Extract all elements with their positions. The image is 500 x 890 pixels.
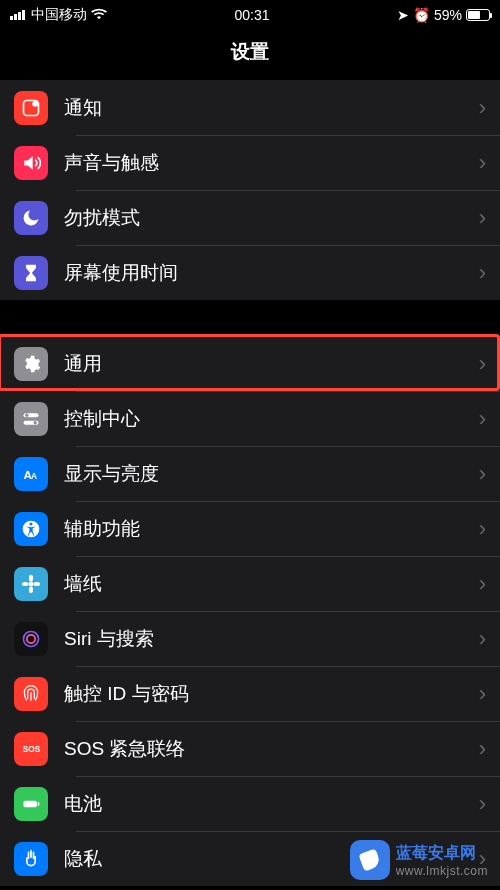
svg-point-16: [27, 634, 35, 642]
gear-icon: [14, 347, 48, 381]
row-label: 显示与亮度: [64, 461, 479, 487]
row-label: 电池: [64, 791, 479, 817]
chevron-right-icon: ›: [479, 736, 486, 762]
siri-icon: [14, 622, 48, 656]
row-label: 通用: [64, 351, 479, 377]
row-label: 触控 ID 与密码: [64, 681, 479, 707]
watermark-icon: [350, 840, 390, 880]
settings-row-display[interactable]: AA显示与亮度›: [0, 446, 500, 501]
settings-row-wallpaper[interactable]: 墙纸›: [0, 556, 500, 611]
cellular-signal-icon: [10, 10, 25, 20]
flower-icon: [14, 567, 48, 601]
settings-row-accessibility[interactable]: 辅助功能›: [0, 501, 500, 556]
chevron-right-icon: ›: [479, 150, 486, 176]
svg-point-9: [30, 522, 33, 525]
chevron-right-icon: ›: [479, 626, 486, 652]
watermark: 蓝莓安卓网 www.lmkjst.com: [344, 836, 494, 884]
svg-rect-19: [38, 802, 40, 805]
svg-rect-18: [24, 800, 37, 807]
battery-icon: [466, 9, 490, 21]
row-label: Siri 与搜索: [64, 626, 479, 652]
text-size-icon: AA: [14, 457, 48, 491]
wifi-icon: [91, 7, 107, 23]
clock: 00:31: [234, 7, 269, 23]
moon-icon: [14, 201, 48, 235]
row-label: 墙纸: [64, 571, 479, 597]
svg-point-13: [22, 581, 29, 585]
svg-text:A: A: [31, 471, 37, 481]
svg-point-12: [29, 586, 33, 593]
settings-row-touchid[interactable]: 触控 ID 与密码›: [0, 666, 500, 721]
watermark-url: www.lmkjst.com: [396, 864, 488, 878]
chevron-right-icon: ›: [479, 791, 486, 817]
status-left: 中国移动: [10, 6, 107, 24]
battery-icon: [14, 787, 48, 821]
settings-row-siri[interactable]: Siri 与搜索›: [0, 611, 500, 666]
svg-point-14: [34, 581, 41, 585]
svg-text:SOS: SOS: [23, 744, 41, 754]
svg-point-10: [29, 581, 34, 586]
chevron-right-icon: ›: [479, 260, 486, 286]
row-label: 通知: [64, 95, 479, 121]
chevron-right-icon: ›: [479, 461, 486, 487]
watermark-text: 蓝莓安卓网: [396, 844, 476, 861]
notification-icon: [14, 91, 48, 125]
hand-icon: [14, 842, 48, 876]
chevron-right-icon: ›: [479, 351, 486, 377]
switches-icon: [14, 402, 48, 436]
svg-point-5: [34, 421, 37, 424]
settings-row-general[interactable]: 通用›: [0, 336, 500, 391]
chevron-right-icon: ›: [479, 681, 486, 707]
alarm-icon: ⏰: [413, 7, 430, 23]
settings-list: 通知›声音与触感›勿扰模式›屏幕使用时间›通用›控制中心›AA显示与亮度›辅助功…: [0, 80, 500, 886]
chevron-right-icon: ›: [479, 205, 486, 231]
row-label: 勿扰模式: [64, 205, 479, 231]
sound-icon: [14, 146, 48, 180]
settings-row-dnd[interactable]: 勿扰模式›: [0, 190, 500, 245]
svg-point-1: [32, 100, 38, 106]
carrier-label: 中国移动: [31, 6, 87, 24]
chevron-right-icon: ›: [479, 516, 486, 542]
chevron-right-icon: ›: [479, 571, 486, 597]
annotation-arrow: [0, 886, 500, 890]
settings-row-sos[interactable]: SOSSOS 紧急联络›: [0, 721, 500, 776]
row-label: 控制中心: [64, 406, 479, 432]
hourglass-icon: [14, 256, 48, 290]
settings-row-screentime[interactable]: 屏幕使用时间›: [0, 245, 500, 300]
location-icon: ➤: [397, 7, 409, 23]
svg-point-11: [29, 574, 33, 581]
row-label: 声音与触感: [64, 150, 479, 176]
battery-percent: 59%: [434, 7, 462, 23]
accessibility-icon: [14, 512, 48, 546]
chevron-right-icon: ›: [479, 406, 486, 432]
sos-icon: SOS: [14, 732, 48, 766]
fingerprint-icon: [14, 677, 48, 711]
settings-row-notifications[interactable]: 通知›: [0, 80, 500, 135]
row-label: 辅助功能: [64, 516, 479, 542]
svg-point-3: [25, 413, 28, 416]
status-right: ➤ ⏰ 59%: [397, 7, 490, 23]
row-label: 屏幕使用时间: [64, 260, 479, 286]
settings-row-control-center[interactable]: 控制中心›: [0, 391, 500, 446]
settings-row-sounds[interactable]: 声音与触感›: [0, 135, 500, 190]
page-title: 设置: [0, 30, 500, 74]
row-label: SOS 紧急联络: [64, 736, 479, 762]
svg-point-15: [24, 631, 39, 646]
chevron-right-icon: ›: [479, 95, 486, 121]
status-bar: 中国移动 00:31 ➤ ⏰ 59%: [0, 0, 500, 30]
settings-row-battery[interactable]: 电池›: [0, 776, 500, 831]
